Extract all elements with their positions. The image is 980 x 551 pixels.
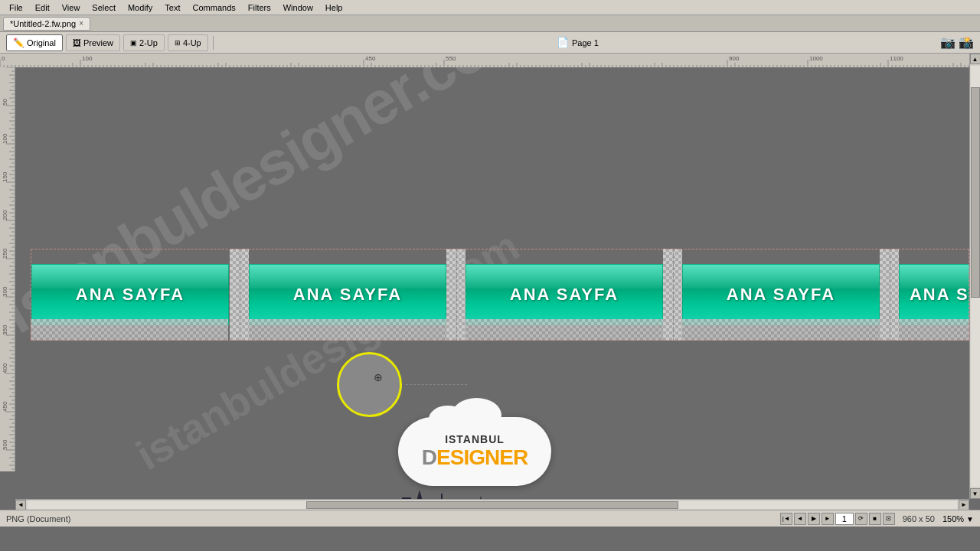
nav-separator-3: [663, 249, 682, 341]
scroll-thumb-h[interactable]: [306, 501, 678, 509]
menu-window[interactable]: Window: [277, 2, 319, 14]
nav-stop-button[interactable]: ■: [869, 513, 881, 525]
logo-cloud: ISTANBUL DESIGNER: [398, 417, 551, 486]
page-icon: 📄: [557, 37, 569, 48]
scroll-up-button[interactable]: ▲: [970, 54, 981, 64]
fourup-icon: ⊞: [175, 39, 181, 47]
ruler-top: [0, 54, 969, 67]
scroll-thumb-v[interactable]: [971, 87, 980, 298]
preview-label: Preview: [83, 38, 113, 47]
menu-file[interactable]: File: [3, 2, 29, 14]
scroll-track-v[interactable]: [971, 66, 980, 487]
toolbar: ✏️ Original 🖼 Preview ▣ 2-Up ⊞ 4-Up 📄 Pa…: [0, 32, 980, 54]
scroll-left-button[interactable]: ◄: [15, 500, 26, 510]
svg-marker-4: [416, 490, 423, 499]
camera-icon: 📷: [940, 35, 956, 50]
original-button[interactable]: ✏️ Original: [6, 34, 63, 51]
vertical-scrollbar[interactable]: ▲ ▼: [969, 54, 980, 499]
menu-edit[interactable]: Edit: [29, 2, 56, 14]
logo-cityscape: [394, 482, 555, 499]
nav-btn-label-1: ANA SAYFA: [76, 285, 185, 305]
scroll-track-h[interactable]: [28, 501, 957, 509]
original-label: Original: [27, 38, 56, 47]
nav-button-5[interactable]: ANA SAY...: [899, 249, 969, 341]
canvas-area[interactable]: istanbuldesigner.com istanbuldesigner.co…: [0, 54, 969, 499]
image-icon: 🖼: [73, 38, 81, 47]
dashed-line: [406, 384, 467, 385]
twoup-icon: ▣: [130, 39, 137, 47]
status-zoom[interactable]: 150% ▼: [942, 514, 974, 523]
menu-view[interactable]: View: [56, 2, 87, 14]
menu-modify[interactable]: Modify: [122, 2, 158, 14]
nav-play-button[interactable]: ▶: [808, 513, 820, 525]
twoup-label: 2-Up: [139, 38, 158, 47]
nav-separator-1: [230, 249, 249, 341]
ruler-left: [0, 67, 15, 471]
nav-loop-button[interactable]: ⟳: [855, 513, 867, 525]
status-page-num: 1: [835, 513, 854, 525]
nav-first-button[interactable]: |◄: [780, 513, 792, 525]
toolbar-separator: [213, 36, 214, 50]
fourup-label: 4-Up: [183, 38, 201, 47]
status-nav-controls: |◄ ◄ ▶ ► 1 ⟳ ■ ⊡ 960 x 50 150% ▼: [780, 513, 974, 525]
nav-btn-label-5: ANA SAY...: [910, 285, 969, 305]
menu-help[interactable]: Help: [319, 2, 349, 14]
document-tab[interactable]: *Untitled-2.fw.png ×: [3, 17, 90, 31]
fourup-button[interactable]: ⊞ 4-Up: [168, 34, 208, 51]
preview-button[interactable]: 🖼 Preview: [66, 34, 120, 51]
nav-button-1[interactable]: ANA SAYFA: [31, 249, 230, 341]
logo-rest-text: ESIGNER: [436, 445, 528, 469]
horizontal-scrollbar[interactable]: ◄ ►: [15, 499, 969, 510]
menu-select[interactable]: Select: [86, 2, 122, 14]
nav-button-4[interactable]: ANA SAYFA: [682, 249, 880, 341]
nav-options-button[interactable]: ⊡: [883, 513, 895, 525]
statusbar: PNG (Document) |◄ ◄ ▶ ► 1 ⟳ ■ ⊡ 960 x 50…: [0, 510, 980, 527]
logo-designer-text: DESIGNER: [422, 445, 528, 470]
nav-button-2[interactable]: ANA SAYFA: [249, 249, 446, 341]
page-indicator: 📄 Page 1: [557, 37, 599, 48]
logo-istanbul-text: ISTANBUL: [445, 433, 505, 445]
scroll-down-button[interactable]: ▼: [970, 488, 981, 499]
svg-marker-16: [478, 496, 484, 499]
nav-button-3[interactable]: ANA SAYFA: [466, 249, 663, 341]
scroll-right-button[interactable]: ►: [959, 500, 969, 510]
tabbar: *Untitled-2.fw.png ×: [0, 15, 980, 32]
main-area: istanbuldesigner.com istanbuldesigner.co…: [0, 54, 980, 527]
document-tab-label: *Untitled-2.fw.png: [10, 19, 76, 28]
status-dimensions: 960 x 50: [903, 514, 935, 523]
menubar: File Edit View Select Modify Text Comman…: [0, 0, 980, 15]
nav-prev-button[interactable]: ◄: [794, 513, 806, 525]
nav-separator-2: [446, 249, 466, 341]
menu-filters[interactable]: Filters: [242, 2, 277, 14]
zoom-value: 150%: [942, 514, 964, 523]
zoom-dropdown-icon[interactable]: ▼: [966, 515, 974, 523]
nav-strip: ANA SAYFA ANA SAYFA: [31, 249, 969, 341]
logo-area: ISTANBUL DESIGNER: [390, 417, 559, 499]
tab-close-button[interactable]: ×: [79, 19, 83, 28]
selection-circle: [337, 352, 402, 417]
camera2-icon: 📸: [959, 35, 974, 50]
pencil-icon: ✏️: [13, 37, 24, 48]
nav-separator-4: [880, 249, 899, 341]
nav-btn-label-2: ANA SAYFA: [293, 285, 402, 305]
page-label: Page 1: [572, 38, 599, 47]
nav-strip-container: ANA SAYFA ANA SAYFA: [31, 249, 969, 341]
nav-btn-label-3: ANA SAYFA: [510, 285, 619, 305]
nav-btn-label-4: ANA SAYFA: [727, 285, 835, 305]
status-doc-type: PNG (Document): [6, 514, 70, 523]
menu-text[interactable]: Text: [158, 2, 186, 14]
nav-next-button[interactable]: ►: [822, 513, 834, 525]
menu-commands[interactable]: Commands: [187, 2, 242, 14]
svg-rect-1: [402, 497, 411, 499]
twoup-button[interactable]: ▣ 2-Up: [123, 34, 165, 51]
logo-d-letter: D: [422, 445, 436, 469]
